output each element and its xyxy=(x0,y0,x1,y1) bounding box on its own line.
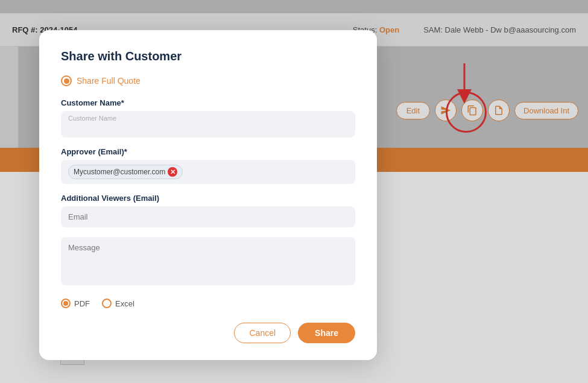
customer-name-input[interactable]: My Customer xyxy=(68,124,348,133)
cancel-button[interactable]: Cancel xyxy=(234,323,291,343)
share-full-quote-label: Share Full Quote xyxy=(77,76,141,86)
remove-email-chip-button[interactable]: ✕ xyxy=(168,167,177,177)
customer-name-placeholder: Customer Name xyxy=(68,115,348,122)
additional-viewers-input[interactable] xyxy=(61,206,355,227)
share-with-customer-modal: Share with Customer Share Full Quote Cus… xyxy=(39,30,377,360)
message-group xyxy=(61,237,355,288)
customer-name-field-wrapper: Customer Name My Customer xyxy=(61,111,355,138)
additional-viewers-group: Additional Viewers (Email) xyxy=(61,194,355,227)
pdf-option[interactable]: PDF xyxy=(61,299,90,308)
additional-viewers-label: Additional Viewers (Email) xyxy=(61,194,355,203)
excel-radio[interactable] xyxy=(102,299,112,308)
share-full-quote-row[interactable]: Share Full Quote xyxy=(61,75,355,86)
approver-label: Approver (Email)* xyxy=(61,147,355,156)
message-textarea[interactable] xyxy=(61,237,355,285)
approver-email-group: Approver (Email)* Mycustomer@customer.co… xyxy=(61,147,355,184)
format-row: PDF Excel xyxy=(61,299,355,308)
approver-email-row[interactable]: Mycustomer@customer.com ✕ xyxy=(61,160,355,184)
pdf-radio[interactable] xyxy=(61,299,71,308)
modal-title: Share with Customer xyxy=(61,49,355,63)
approver-email-chip: Mycustomer@customer.com ✕ xyxy=(68,165,183,179)
excel-label: Excel xyxy=(115,299,134,308)
excel-option[interactable]: Excel xyxy=(102,299,134,308)
share-full-quote-radio[interactable] xyxy=(61,75,72,86)
pdf-label: PDF xyxy=(74,299,90,308)
modal-footer: Cancel Share xyxy=(61,323,355,343)
customer-name-label: Customer Name* xyxy=(61,98,355,107)
customer-name-group: Customer Name* Customer Name My Customer xyxy=(61,98,355,138)
approver-email-value: Mycustomer@customer.com xyxy=(74,168,165,176)
share-button[interactable]: Share xyxy=(298,323,355,343)
